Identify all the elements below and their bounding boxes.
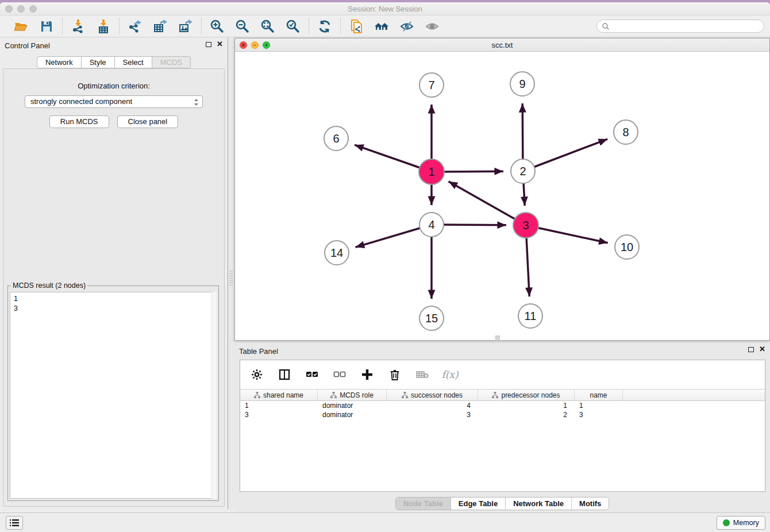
canvas-resize-grip[interactable] xyxy=(495,336,500,340)
column-header-name[interactable]: name xyxy=(575,390,623,400)
node-label-2: 2 xyxy=(519,165,526,178)
vertical-splitter[interactable] xyxy=(228,38,234,509)
show-all-icon[interactable] xyxy=(424,18,440,34)
close-table-panel-icon[interactable]: ✕ xyxy=(759,346,765,352)
hide-selected-icon[interactable] xyxy=(399,18,415,34)
mcds-result-title: MCDS result (2 nodes) xyxy=(11,282,87,290)
add-column-icon[interactable] xyxy=(360,367,375,382)
cell-successor-nodes[interactable]: 4 xyxy=(387,401,478,410)
column-hierarchy-icon xyxy=(254,392,260,398)
splitter-grip[interactable] xyxy=(229,271,233,286)
zoom-selected-icon[interactable] xyxy=(285,18,301,34)
import-network-icon[interactable] xyxy=(70,18,86,34)
apply-preferred-layout-icon[interactable] xyxy=(317,18,333,34)
table-toolbar: f(x) xyxy=(240,360,765,389)
search-input[interactable] xyxy=(613,22,759,30)
network-window-title: scc.txt xyxy=(235,41,769,49)
tab-node-table[interactable]: Node Table xyxy=(396,498,451,510)
cell-successor-nodes[interactable]: 3 xyxy=(387,410,478,419)
tab-edge-table[interactable]: Edge Table xyxy=(451,498,505,510)
memory-label: Memory xyxy=(733,519,759,527)
table-row[interactable]: 3dominator323 xyxy=(240,410,765,419)
close-panel-button[interactable]: Close panel xyxy=(117,115,179,128)
log-console-button[interactable] xyxy=(6,516,23,530)
cell-shared-name[interactable]: 3 xyxy=(240,410,318,419)
save-session-icon[interactable] xyxy=(38,18,55,34)
column-hierarchy-icon xyxy=(492,392,498,398)
criterion-value: strongly connected component xyxy=(30,97,132,106)
table-settings-icon[interactable] xyxy=(249,367,264,382)
node-label-4: 4 xyxy=(428,218,434,231)
first-neighbors-icon[interactable] xyxy=(374,18,390,34)
export-network-icon[interactable] xyxy=(127,18,143,34)
node-label-1: 1 xyxy=(428,165,434,178)
tab-select[interactable]: Select xyxy=(115,56,152,68)
search-icon xyxy=(602,22,610,30)
tab-style[interactable]: Style xyxy=(82,56,115,68)
node-label-7: 7 xyxy=(428,79,434,91)
mcds-result-text[interactable]: 13 xyxy=(10,292,217,499)
mcds-result-group: MCDS result (2 nodes) 13 xyxy=(7,286,219,501)
import-table-icon[interactable] xyxy=(95,18,111,34)
toggle-panel-layout-icon[interactable] xyxy=(277,367,292,382)
zoom-out-icon[interactable] xyxy=(234,18,251,34)
cell-predecessor-nodes[interactable]: 2 xyxy=(478,410,575,419)
run-mcds-button[interactable]: Run MCDS xyxy=(49,115,109,128)
memory-status-icon xyxy=(723,519,730,526)
column-header-successor-nodes[interactable]: successor nodes xyxy=(387,390,478,400)
cell-name[interactable]: 3 xyxy=(575,410,623,419)
mcds-panel: Optimization criterion: strongly connect… xyxy=(3,68,225,507)
select-stepper-icon xyxy=(194,98,199,107)
application-window: Session: New Session xyxy=(0,2,770,532)
open-session-icon[interactable] xyxy=(13,18,29,34)
column-header-shared-name[interactable]: shared name xyxy=(240,390,318,400)
node-label-10: 10 xyxy=(621,241,633,253)
title-bar: Session: New Session xyxy=(0,2,770,16)
float-table-panel-icon[interactable] xyxy=(748,347,754,352)
criterion-select[interactable]: strongly connected component xyxy=(25,95,203,108)
delete-table-icon[interactable] xyxy=(415,367,430,382)
node-label-3: 3 xyxy=(522,219,529,232)
search-field[interactable] xyxy=(596,20,764,33)
table-header-row[interactable]: shared nameMCDS rolesuccessor nodesprede… xyxy=(240,389,765,401)
function-builder-icon[interactable]: f(x) xyxy=(442,367,457,382)
column-header-predecessor-nodes[interactable]: predecessor nodes xyxy=(478,390,575,400)
zoom-fit-icon[interactable] xyxy=(260,18,276,34)
export-image-icon[interactable] xyxy=(178,18,194,34)
zoom-in-icon[interactable] xyxy=(209,18,225,34)
cell-name[interactable]: 1 xyxy=(575,401,623,410)
float-panel-icon[interactable] xyxy=(206,42,211,47)
cell-predecessor-nodes[interactable]: 1 xyxy=(478,401,575,410)
result-scrollbar[interactable] xyxy=(211,292,217,499)
select-all-icon[interactable] xyxy=(305,367,319,382)
close-panel-icon[interactable]: ✕ xyxy=(217,41,223,47)
export-table-icon[interactable] xyxy=(152,18,168,34)
network-view-window: × − + scc.txt 7968124314101511 xyxy=(234,38,770,341)
node-label-15: 15 xyxy=(425,312,438,325)
control-panel-title: Control Panel xyxy=(5,41,50,50)
edge-3-1[interactable] xyxy=(449,182,526,225)
table-tabs: Node TableEdge TableNetwork TableMotifs xyxy=(395,497,610,510)
network-window-titlebar[interactable]: × − + scc.txt xyxy=(235,38,769,52)
network-canvas[interactable]: 7968124314101511 xyxy=(235,52,769,340)
column-hierarchy-icon xyxy=(402,392,408,398)
column-header-MCDS-role[interactable]: MCDS role xyxy=(318,390,387,400)
table-body[interactable]: 1dominator4113dominator323 xyxy=(240,401,765,419)
network-graph: 7968124314101511 xyxy=(235,52,769,340)
tab-network[interactable]: Network xyxy=(37,56,82,68)
table-panel: Table Panel ✕ xyxy=(234,343,770,512)
tab-motifs[interactable]: Motifs xyxy=(571,498,609,510)
node-table-container: f(x) shared nameMCDS rolesuccessor nodes… xyxy=(240,360,765,492)
tab-mcds[interactable]: MCDS xyxy=(152,56,191,68)
delete-columns-icon[interactable] xyxy=(387,367,402,382)
memory-button[interactable]: Memory xyxy=(717,516,765,530)
edge-2-8[interactable] xyxy=(523,139,607,171)
table-row[interactable]: 1dominator411 xyxy=(240,401,765,410)
deselect-all-icon[interactable] xyxy=(332,367,347,382)
cell-MCDS-role[interactable]: dominator xyxy=(318,401,387,410)
clone-network-icon[interactable] xyxy=(348,18,364,34)
list-icon xyxy=(10,519,19,527)
cell-MCDS-role[interactable]: dominator xyxy=(318,410,387,419)
tab-network-table[interactable]: Network Table xyxy=(505,498,571,510)
cell-shared-name[interactable]: 1 xyxy=(240,401,318,410)
